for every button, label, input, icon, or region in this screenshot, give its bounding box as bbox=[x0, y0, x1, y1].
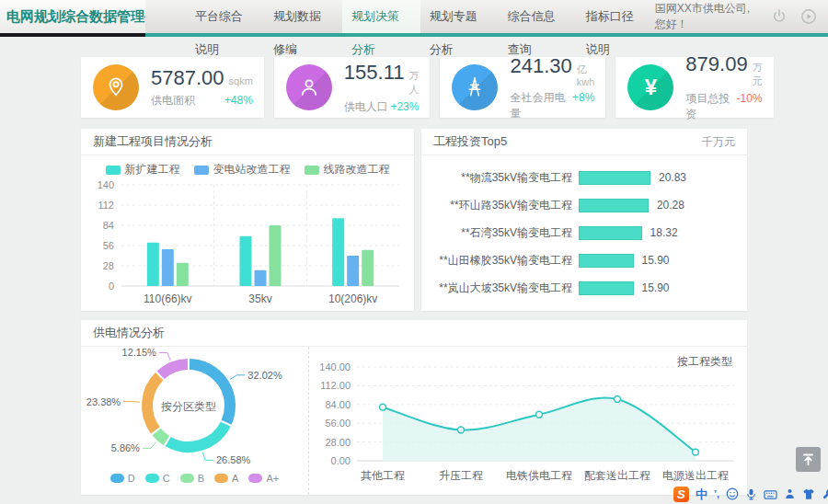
legend-label: C bbox=[163, 473, 170, 484]
data-point bbox=[615, 396, 621, 403]
svg-text:140.00: 140.00 bbox=[319, 361, 351, 372]
emoji-icon[interactable] bbox=[726, 487, 739, 500]
punctuation-icon[interactable]: ’, bbox=[714, 487, 719, 502]
kpi-unit: 亿kwh bbox=[577, 63, 595, 87]
power-logout-icon[interactable] bbox=[771, 8, 788, 25]
kpi-label: 全社会用电量 bbox=[510, 90, 572, 121]
top5-value: 15.90 bbox=[642, 254, 670, 267]
svg-text:32.02%: 32.02% bbox=[247, 370, 282, 381]
donut-legend: DCBAA+ bbox=[81, 473, 308, 484]
investment-top5-panel: 工程投资Top5 千万元 **物流35kV输变电工程20.83**环山路35kV… bbox=[421, 129, 747, 311]
legend-swatch bbox=[106, 166, 121, 175]
top5-row: **物流35kV输变电工程20.83 bbox=[425, 166, 736, 189]
top5-bar bbox=[579, 254, 634, 268]
svg-text:28: 28 bbox=[103, 260, 114, 271]
new-projects-panel: 新建工程项目情况分析 新扩建工程变电站改造工程线路改造工程 0285684112… bbox=[81, 129, 414, 311]
kpi-unit: 万元 bbox=[753, 61, 763, 88]
top5-row: **山田橡胶35kV输变电工程15.90 bbox=[425, 249, 736, 271]
keyboard-icon[interactable] bbox=[764, 488, 777, 500]
top5-project-label: **岚山大坡35kV输变电工程 bbox=[425, 281, 572, 296]
svg-text:其他工程: 其他工程 bbox=[361, 469, 405, 482]
legend-label: 新扩建工程 bbox=[125, 162, 180, 178]
nav-item-indicator-desc[interactable]: 指标口径说明 bbox=[577, 0, 655, 33]
svg-text:140: 140 bbox=[98, 179, 114, 190]
kpi-delta: +8% bbox=[572, 91, 594, 104]
bottom-panel-body: 32.02%26.58%5.86%23.38%12.15% 按分区类型 DCBA… bbox=[81, 347, 747, 495]
kpi-body: 155.11万人 供电人口+23% bbox=[344, 61, 420, 115]
skin-tshirt-icon[interactable] bbox=[802, 488, 815, 500]
svg-text:电源送出工程: 电源送出工程 bbox=[662, 469, 729, 482]
nav-item-decision-analysis[interactable]: 规划决策分析 bbox=[342, 0, 420, 33]
donut-legend-item[interactable]: D bbox=[110, 473, 135, 484]
svg-text:电铁供电工程: 电铁供电工程 bbox=[506, 469, 572, 482]
yuan-icon: ¥ bbox=[627, 64, 673, 110]
kpi-label: 供电面积 bbox=[151, 93, 195, 109]
svg-text:112.00: 112.00 bbox=[320, 380, 351, 391]
donut-legend-item[interactable]: A bbox=[214, 473, 238, 484]
nav-item-platform-overview[interactable]: 平台综合说明 bbox=[186, 0, 264, 33]
legend-label: B bbox=[198, 473, 204, 484]
toolbox-icon[interactable] bbox=[822, 487, 828, 500]
legend-label: 线路改造工程 bbox=[324, 162, 390, 178]
svg-text:配套送出工程: 配套送出工程 bbox=[584, 469, 650, 482]
legend-swatch bbox=[110, 474, 124, 483]
panel-title: 供电情况分析 bbox=[93, 325, 165, 341]
handwriting-icon[interactable] bbox=[784, 487, 796, 500]
user-area: 国网XX市供电公司,您好！ bbox=[655, 1, 828, 32]
bar-chart-legend: 新扩建工程变电站改造工程线路改造工程 bbox=[81, 162, 414, 178]
svg-text:23.38%: 23.38% bbox=[86, 396, 121, 407]
bar-线路改造工程 bbox=[362, 250, 374, 286]
data-point bbox=[458, 427, 465, 433]
bar-新扩建工程 bbox=[240, 236, 252, 286]
nav-list: 平台综合说明 规划数据修编 规划决策分析 规划专题分析 综合信息查询 指标口径说… bbox=[186, 0, 655, 33]
bar-legend-item[interactable]: 变电站改造工程 bbox=[194, 162, 291, 178]
top5-value: 20.28 bbox=[657, 199, 684, 212]
donut-legend-item[interactable]: B bbox=[180, 473, 204, 484]
top5-value: 18.32 bbox=[650, 226, 678, 239]
donut-slice-B bbox=[156, 431, 167, 441]
svg-text:28.00: 28.00 bbox=[325, 437, 351, 448]
kpi-label: 供电人口 bbox=[344, 99, 388, 115]
chinese-mode-icon[interactable]: 中 bbox=[696, 487, 707, 502]
svg-text:84.00: 84.00 bbox=[325, 399, 351, 410]
kpi-delta: -10% bbox=[737, 92, 763, 105]
panel-header: 供电情况分析 bbox=[81, 320, 747, 347]
svg-text:35kv: 35kv bbox=[248, 292, 271, 305]
arrow-up-to-top-icon bbox=[801, 452, 815, 466]
bar-新扩建工程 bbox=[332, 218, 344, 286]
panel-header: 新建工程项目情况分析 bbox=[81, 129, 414, 155]
top5-project-label: **物流35kV输变电工程 bbox=[425, 170, 572, 186]
donut-legend-item[interactable]: A+ bbox=[248, 473, 279, 484]
panel-title: 新建工程项目情况分析 bbox=[93, 133, 213, 150]
microphone-icon[interactable] bbox=[745, 487, 757, 501]
bar-legend-item[interactable]: 新扩建工程 bbox=[106, 162, 180, 178]
legend-label: A bbox=[232, 473, 238, 484]
donut-legend-item[interactable]: C bbox=[145, 473, 170, 484]
kpi-body: 879.09万元 项目总投资-10% bbox=[685, 52, 762, 122]
nav-item-special-analysis[interactable]: 规划专题分析 bbox=[420, 0, 499, 33]
nav-item-data-revision[interactable]: 规划数据修编 bbox=[264, 0, 342, 33]
person-icon bbox=[286, 64, 332, 110]
donut-slice-C bbox=[168, 424, 226, 447]
top5-bar bbox=[579, 281, 634, 295]
kpi-body: 241.30亿kwh 全社会用电量+8% bbox=[510, 54, 594, 121]
panel-unit-label: 千万元 bbox=[702, 134, 735, 150]
svg-text:112: 112 bbox=[98, 200, 114, 211]
sogou-logo-icon[interactable]: S bbox=[673, 487, 689, 502]
top5-project-label: **石湾35kV输变电工程 bbox=[425, 225, 572, 241]
play-fullscreen-icon[interactable] bbox=[800, 8, 817, 25]
kpi-card-total-investment: ¥ 879.09万元 项目总投资-10% bbox=[615, 57, 773, 118]
donut-section: 32.02%26.58%5.86%23.38%12.15% 按分区类型 DCBA… bbox=[81, 347, 308, 495]
top5-bar bbox=[579, 199, 649, 212]
map-pin-icon bbox=[93, 64, 139, 110]
top5-project-label: **山田橡胶35kV输变电工程 bbox=[425, 253, 572, 269]
yuan-glyph: ¥ bbox=[645, 74, 657, 100]
kpi-value: 5787.00 bbox=[151, 66, 224, 90]
svg-text:5.86%: 5.86% bbox=[111, 442, 140, 453]
grouped-bar-chart: 0285684112140110(66)kv35kv10(206)kv bbox=[81, 178, 414, 308]
kpi-value: 155.11 bbox=[344, 61, 405, 85]
nav-item-info-query[interactable]: 综合信息查询 bbox=[499, 0, 577, 33]
bar-legend-item[interactable]: 线路改造工程 bbox=[305, 162, 390, 178]
ime-toolbar: S 中 ’, bbox=[669, 485, 828, 503]
back-to-top-button[interactable] bbox=[796, 447, 821, 472]
